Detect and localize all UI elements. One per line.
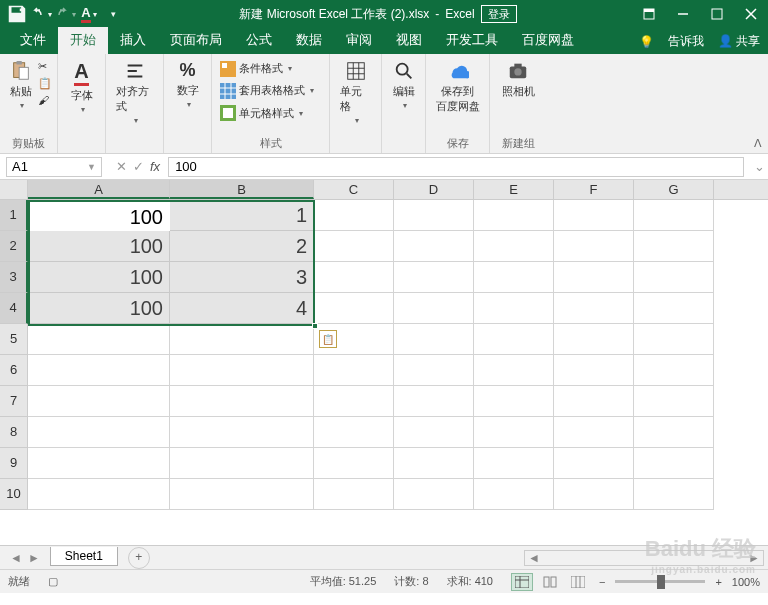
cell[interactable] [634,355,714,386]
minimize-icon[interactable] [666,0,700,28]
macro-record-icon[interactable]: ▢ [48,575,58,588]
column-header-C[interactable]: C [314,180,394,199]
cell[interactable]: 3 [170,262,314,293]
enter-formula-icon[interactable]: ✓ [133,159,144,174]
cell[interactable] [634,448,714,479]
row-header[interactable]: 7 [0,386,28,417]
cell[interactable] [170,355,314,386]
cell[interactable] [474,262,554,293]
ribbon-options-icon[interactable] [632,0,666,28]
cell[interactable]: 4 [170,293,314,324]
column-header-E[interactable]: E [474,180,554,199]
cell[interactable] [28,355,170,386]
cell[interactable] [474,386,554,417]
row-header[interactable]: 5 [0,324,28,355]
cell[interactable] [554,386,634,417]
cell[interactable] [28,448,170,479]
page-layout-view-icon[interactable] [539,573,561,591]
cell[interactable] [554,293,634,324]
share-button[interactable]: 👤 共享 [718,33,760,50]
close-icon[interactable] [734,0,768,28]
cell[interactable]: 100 [28,231,170,262]
lightbulb-icon[interactable]: 💡 [639,35,654,49]
cell[interactable] [554,479,634,510]
camera-button[interactable]: 照相机 [498,58,539,101]
qat-customize-icon[interactable]: ▾ [102,3,124,25]
cell[interactable] [28,479,170,510]
cell[interactable] [314,417,394,448]
cut-icon[interactable]: ✂ [38,60,52,73]
sheet-tab[interactable]: Sheet1 [50,547,118,566]
column-header-D[interactable]: D [394,180,474,199]
column-header-G[interactable]: G [634,180,714,199]
cell[interactable] [314,200,394,231]
cell[interactable] [314,293,394,324]
tab-审阅[interactable]: 审阅 [334,27,384,54]
cell[interactable] [634,262,714,293]
add-sheet-button[interactable]: + [128,547,150,569]
cell[interactable] [554,200,634,231]
editing-button[interactable]: 编辑▾ [389,58,419,112]
zoom-in-icon[interactable]: + [711,576,725,588]
cell[interactable] [474,324,554,355]
cell[interactable]: 100 [28,262,170,293]
row-header[interactable]: 10 [0,479,28,510]
cell[interactable] [474,417,554,448]
cell[interactable] [394,324,474,355]
zoom-slider[interactable] [615,580,705,583]
cell[interactable] [170,386,314,417]
row-header[interactable]: 4 [0,293,28,324]
cell[interactable] [394,262,474,293]
cell[interactable] [314,386,394,417]
column-header-A[interactable]: A [28,180,170,199]
cell[interactable] [170,417,314,448]
cell[interactable] [394,355,474,386]
fx-icon[interactable]: fx [150,159,160,174]
tab-开发工具[interactable]: 开发工具 [434,27,510,54]
expand-formula-icon[interactable]: ⌄ [750,159,768,174]
cell[interactable] [634,417,714,448]
column-header-B[interactable]: B [170,180,314,199]
sheet-nav-next-icon[interactable]: ► [28,551,40,565]
tab-开始[interactable]: 开始 [58,27,108,54]
copy-icon[interactable]: 📋 [38,77,52,90]
redo-icon[interactable]: ▾ [54,3,76,25]
cell[interactable] [554,324,634,355]
cell[interactable] [634,386,714,417]
cell[interactable] [314,448,394,479]
cell[interactable]: 100 [28,293,170,324]
cell[interactable] [28,386,170,417]
row-header[interactable]: 3 [0,262,28,293]
save-icon[interactable] [6,3,28,25]
save-baidu-button[interactable]: 保存到 百度网盘 [432,58,484,116]
cell[interactable] [554,417,634,448]
tab-视图[interactable]: 视图 [384,27,434,54]
tab-插入[interactable]: 插入 [108,27,158,54]
cell[interactable] [474,448,554,479]
cell[interactable] [634,479,714,510]
cell[interactable] [634,200,714,231]
column-header-F[interactable]: F [554,180,634,199]
cell[interactable] [554,448,634,479]
cell[interactable] [634,293,714,324]
spreadsheet-grid[interactable]: ABCDEFG 110012100231003410045678910 100 … [0,180,768,545]
tab-文件[interactable]: 文件 [8,27,58,54]
cell[interactable] [394,386,474,417]
cell[interactable] [394,479,474,510]
cell[interactable] [28,324,170,355]
cell[interactable] [394,231,474,262]
cell[interactable] [170,448,314,479]
cell[interactable] [314,231,394,262]
font-button[interactable]: A 字体▾ [67,58,97,116]
cell[interactable] [314,262,394,293]
autofill-options-icon[interactable]: 📋 [319,330,337,348]
cell[interactable] [554,231,634,262]
maximize-icon[interactable] [700,0,734,28]
normal-view-icon[interactable] [511,573,533,591]
formula-input[interactable]: 100 [168,157,744,177]
name-box[interactable]: A1▼ [6,157,102,177]
cell[interactable] [554,262,634,293]
select-all-corner[interactable] [0,180,28,199]
cell[interactable] [634,231,714,262]
row-header[interactable]: 6 [0,355,28,386]
